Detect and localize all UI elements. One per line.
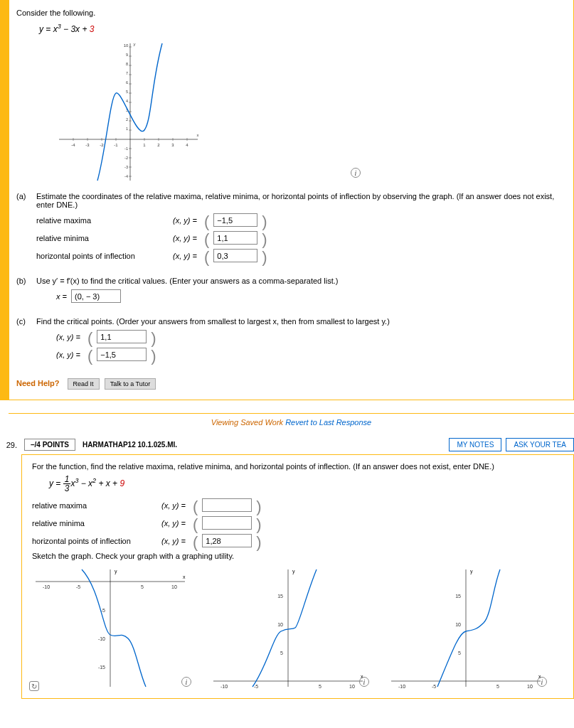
cp1-input[interactable]: 1,1 xyxy=(97,330,147,343)
svg-text:-10: -10 xyxy=(43,584,50,589)
xy-label: (x, y) = xyxy=(150,519,186,528)
svg-text:15: 15 xyxy=(277,594,283,599)
part-b-text: Use y′ = f′(x) to find the critical valu… xyxy=(36,277,563,285)
part-b-label: (b) xyxy=(16,277,31,307)
xy-label: (x, y) = xyxy=(154,252,197,260)
sketch-option-a[interactable]: xy -10-5510 -5-10-15 ↻ i xyxy=(32,567,188,688)
svg-text:5: 5 xyxy=(319,684,321,688)
part-c: (c) Find the critical points. (Order you… xyxy=(16,317,563,365)
relmin-input[interactable]: 1,1 xyxy=(213,231,257,245)
prompt-text: Consider the following. xyxy=(16,9,563,17)
svg-text:10: 10 xyxy=(349,684,355,688)
svg-text:-10: -10 xyxy=(220,684,228,688)
svg-text:x: x xyxy=(197,133,199,137)
svg-text:10: 10 xyxy=(277,622,283,627)
points-box: –/4 POINTS xyxy=(24,439,75,451)
info-icon[interactable]: i xyxy=(537,677,547,687)
my-notes-button[interactable]: MY NOTES xyxy=(449,438,501,451)
sketch-option-c[interactable]: xy -10-5510 15105 i xyxy=(388,567,544,688)
svg-text:-5: -5 xyxy=(76,584,80,589)
question-number: 29. xyxy=(3,441,17,449)
xy-label: (x, y) = xyxy=(56,333,80,341)
q29-relmin-label: relative minima xyxy=(32,519,146,528)
xy-label: (x, y) = xyxy=(154,234,197,242)
ask-teacher-button[interactable]: ASK YOUR TEA xyxy=(506,438,574,451)
svg-text:1: 1 xyxy=(126,127,128,131)
svg-text:-4: -4 xyxy=(71,143,75,147)
reload-icon[interactable]: ↻ xyxy=(29,681,39,691)
cp2-input[interactable]: −1,5 xyxy=(97,348,147,361)
svg-text:3: 3 xyxy=(171,143,174,147)
relmin-label: relative minima xyxy=(36,234,150,242)
svg-text:y: y xyxy=(292,569,295,574)
svg-text:5: 5 xyxy=(458,651,461,655)
svg-text:8: 8 xyxy=(126,62,128,66)
info-icon[interactable]: i xyxy=(351,168,361,178)
svg-text:6: 6 xyxy=(126,80,128,85)
relmax-label: relative maxima xyxy=(36,216,150,225)
saved-work-bar: Viewing Saved Work Revert to Last Respon… xyxy=(9,413,574,429)
part-c-text: Find the critical points. (Order your an… xyxy=(36,317,563,326)
part-b: (b) Use y′ = f′(x) to find the critical … xyxy=(16,277,563,307)
q29-hpi-input[interactable]: 1,28 xyxy=(202,534,252,547)
sketch-option-b[interactable]: xy -10-5510 15105 i xyxy=(210,567,366,688)
relmax-input[interactable]: −1,5 xyxy=(213,213,257,227)
svg-text:-4: -4 xyxy=(124,174,128,178)
svg-text:5: 5 xyxy=(280,651,283,655)
q29-relmin-input[interactable] xyxy=(202,516,252,530)
accent-bar xyxy=(1,0,9,400)
xy-label: (x, y) = xyxy=(150,501,186,510)
svg-text:4: 4 xyxy=(186,143,188,147)
part-a-label: (a) xyxy=(16,192,31,267)
svg-text:10: 10 xyxy=(124,43,129,48)
xy-label: (x, y) = xyxy=(56,350,80,359)
svg-text:-10: -10 xyxy=(398,684,405,688)
svg-text:-15: -15 xyxy=(98,665,105,670)
svg-text:9: 9 xyxy=(126,53,128,57)
svg-text:-2: -2 xyxy=(100,143,104,147)
svg-text:-10: -10 xyxy=(98,636,105,641)
svg-text:-1: -1 xyxy=(124,146,128,151)
question-29-header: 29. –/4 POINTS HARMATHAP12 10.1.025.MI. … xyxy=(3,438,574,451)
info-icon[interactable]: i xyxy=(359,677,369,687)
svg-text:1: 1 xyxy=(143,143,146,147)
svg-text:10: 10 xyxy=(455,622,461,627)
svg-text:-3: -3 xyxy=(85,143,90,147)
info-icon[interactable]: i xyxy=(181,677,191,687)
svg-text:-2: -2 xyxy=(124,156,128,160)
assignment-id: HARMATHAP12 10.1.025.MI. xyxy=(83,441,177,449)
svg-text:5: 5 xyxy=(141,584,144,589)
svg-text:5: 5 xyxy=(496,684,499,688)
svg-text:2: 2 xyxy=(157,143,160,147)
talk-tutor-button[interactable]: Talk to a Tutor xyxy=(105,378,156,390)
question-29-container: For the function, find the relative maxi… xyxy=(21,454,574,699)
svg-text:2: 2 xyxy=(126,117,128,122)
xy-label: (x, y) = xyxy=(150,537,186,545)
part-c-label: (c) xyxy=(16,317,31,365)
main-graph: xy -4-3-2-1 1234 10 9876 5432 1-1-2-3-4 xyxy=(52,40,201,182)
read-it-button[interactable]: Read It xyxy=(68,378,100,390)
q29-equation: y = 13x3 − x2 + x + 9 xyxy=(49,475,563,493)
question-28-container: Consider the following. y = x3 − 3x + 3 … xyxy=(0,0,574,400)
svg-text:-3: -3 xyxy=(124,165,128,169)
svg-text:-5: -5 xyxy=(432,684,436,688)
revert-link[interactable]: Revert to Last Response xyxy=(285,418,371,427)
svg-text:7: 7 xyxy=(126,71,128,75)
need-help-row: Need Help? Read It Talk to a Tutor xyxy=(16,378,563,390)
sketch-text: Sketch the graph. Check your graph with … xyxy=(32,552,563,560)
svg-text:x: x xyxy=(183,574,186,579)
part-a-text: Estimate the coordinates of the relative… xyxy=(36,192,563,209)
svg-text:5: 5 xyxy=(126,90,128,94)
svg-text:y: y xyxy=(470,569,473,574)
critical-values-input[interactable]: (0, − 3) xyxy=(71,289,121,303)
svg-text:y: y xyxy=(134,42,136,46)
q29-prompt: For the function, find the relative maxi… xyxy=(32,462,563,471)
q29-relmax-input[interactable] xyxy=(202,498,252,512)
q29-relmax-label: relative maxima xyxy=(32,501,146,510)
hpi-input[interactable]: 0,3 xyxy=(213,249,257,262)
svg-text:15: 15 xyxy=(455,594,461,599)
xy-label: (x, y) = xyxy=(154,216,197,225)
equation: y = x3 − 3x + 3 xyxy=(39,23,563,34)
need-help-label: Need Help? xyxy=(16,379,60,387)
x-eq-label: x = xyxy=(56,292,67,301)
